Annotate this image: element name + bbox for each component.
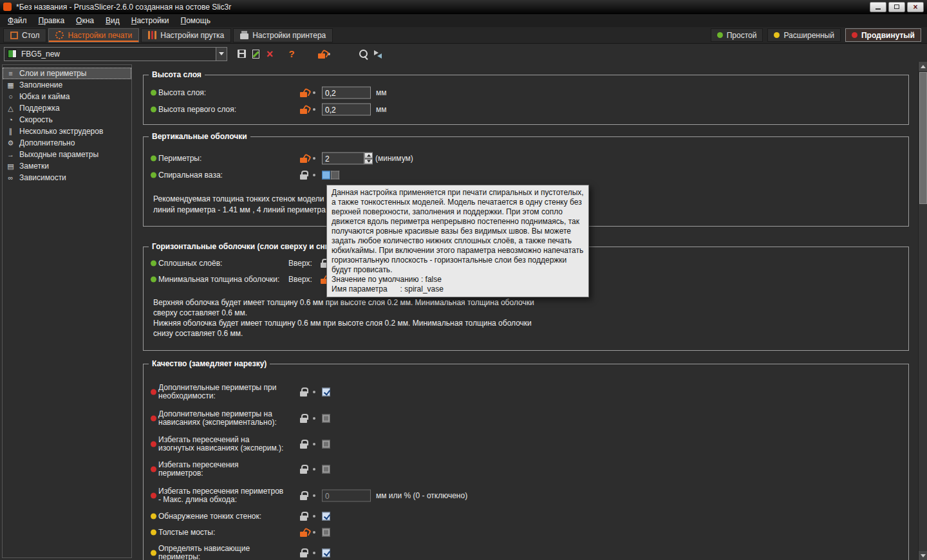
avoid-crossing-perimeters-checkbox[interactable] bbox=[322, 465, 330, 474]
revert-dot-icon[interactable] bbox=[313, 391, 315, 393]
extra-perimeters-checkbox[interactable] bbox=[322, 388, 330, 397]
sidebar-item-infill[interactable]: ▦Заполнение bbox=[3, 79, 131, 91]
lock-settings-button[interactable] bbox=[317, 47, 331, 61]
preset-dropdown-button[interactable] bbox=[216, 48, 227, 61]
setting-label: Избегать пересечения периметров: bbox=[158, 461, 285, 478]
revert-dot-icon[interactable] bbox=[313, 91, 315, 94]
vertical-scrollbar[interactable] bbox=[918, 62, 927, 560]
revert-dot-icon[interactable] bbox=[313, 174, 315, 176]
extra-perimeters-overhangs-checkbox[interactable] bbox=[322, 415, 330, 423]
overhang-perimeters-checkbox[interactable] bbox=[322, 549, 330, 557]
sidebar-item-label: Зависимости bbox=[19, 173, 66, 182]
lock-closed-icon[interactable] bbox=[300, 440, 307, 449]
lock-open-icon[interactable] bbox=[300, 154, 307, 163]
app-logo-icon bbox=[3, 3, 12, 11]
lock-closed-icon[interactable] bbox=[300, 491, 307, 500]
edit-icon bbox=[252, 50, 259, 59]
sidebar-item-skirt-brim[interactable]: ○Юбка и кайма bbox=[3, 91, 131, 102]
expert-mode-dot-icon bbox=[852, 32, 857, 38]
max-detour-input[interactable] bbox=[322, 490, 371, 502]
revert-dot-icon[interactable] bbox=[313, 108, 315, 111]
sidebar-item-notes[interactable]: ▤Заметки bbox=[3, 160, 131, 172]
help-button[interactable]: ? bbox=[285, 47, 299, 61]
preset-icon bbox=[8, 50, 17, 58]
lock-closed-icon[interactable] bbox=[300, 171, 307, 180]
modified-bullet bbox=[151, 416, 156, 422]
sidebar-item-label: Заполнение bbox=[19, 80, 62, 89]
menu-view[interactable]: Вид bbox=[100, 15, 126, 26]
advanced-mode-dot-icon bbox=[774, 32, 780, 38]
perimeters-input[interactable] bbox=[322, 153, 364, 165]
sidebar-item-support[interactable]: △Поддержка bbox=[3, 102, 131, 114]
setting-label: Определять нависающие периметры: bbox=[158, 545, 285, 560]
tooltip-parameter-name: Имя параметра : spiral_vase bbox=[332, 285, 584, 294]
spinner-up-button[interactable] bbox=[364, 153, 373, 159]
perimeters-spinner[interactable] bbox=[322, 153, 373, 165]
search-button[interactable] bbox=[357, 47, 371, 61]
revert-dot-icon[interactable] bbox=[313, 157, 315, 160]
menu-window[interactable]: Окна bbox=[70, 15, 100, 26]
lock-closed-icon[interactable] bbox=[300, 512, 307, 521]
delete-preset-button[interactable]: × bbox=[263, 47, 277, 61]
minimize-button[interactable] bbox=[870, 2, 886, 12]
thin-walls-checkbox[interactable] bbox=[322, 512, 330, 521]
maximize-icon bbox=[894, 5, 899, 9]
mode-expert-button[interactable]: Продвинутый bbox=[845, 28, 921, 42]
sub-label: Вверх: bbox=[288, 275, 312, 284]
lock-closed-icon[interactable] bbox=[300, 465, 307, 474]
sidebar-item-speed[interactable]: ◔Скорость bbox=[3, 114, 131, 126]
modified-bullet bbox=[151, 389, 156, 395]
avoid-crossing-curled-overhangs-checkbox[interactable] bbox=[322, 440, 330, 449]
output-icon: → bbox=[6, 151, 15, 158]
scrollbar-thumb[interactable] bbox=[919, 72, 927, 204]
revert-dot-icon[interactable] bbox=[313, 515, 315, 518]
setting-row: Спиральная ваза: bbox=[144, 169, 908, 182]
menu-help[interactable]: Помощь bbox=[175, 15, 216, 26]
thick-bridges-checkbox[interactable] bbox=[322, 528, 330, 537]
lock-open-icon[interactable] bbox=[300, 88, 307, 97]
lock-open-icon[interactable] bbox=[300, 105, 307, 114]
window-title: *Без названия - PrusaSlicer-2.6.0 создан… bbox=[16, 3, 231, 12]
preset-combobox[interactable]: FBG5_new bbox=[4, 47, 227, 61]
first-layer-height-input[interactable] bbox=[322, 104, 371, 116]
revert-dot-icon[interactable] bbox=[313, 443, 315, 445]
tab-printer-settings[interactable]: Настройки принтера bbox=[233, 28, 333, 42]
tab-plater[interactable]: Стол bbox=[3, 28, 46, 42]
spiral-vase-checkbox[interactable] bbox=[322, 171, 330, 180]
menu-configuration[interactable]: Настройки bbox=[126, 15, 175, 26]
mode-simple-button[interactable]: Простой bbox=[711, 28, 763, 42]
sidebar-item-multiple-extruders[interactable]: ∥Несколько экструдеров bbox=[3, 126, 131, 137]
tab-filament-settings[interactable]: Настройки прутка bbox=[141, 28, 231, 42]
lock-open-icon[interactable] bbox=[300, 528, 307, 537]
revert-dot-icon[interactable] bbox=[313, 494, 315, 497]
tab-print-settings[interactable]: Настройки печати bbox=[48, 28, 139, 42]
lock-closed-icon[interactable] bbox=[300, 548, 307, 557]
skirt-icon: ○ bbox=[6, 93, 15, 100]
revert-dot-icon[interactable] bbox=[313, 531, 315, 534]
prusaslicer-window: *Без названия - PrusaSlicer-2.6.0 создан… bbox=[0, 0, 927, 560]
revert-dot-icon[interactable] bbox=[313, 468, 315, 471]
spinner-down-button[interactable] bbox=[364, 158, 373, 165]
compare-presets-button[interactable] bbox=[371, 47, 385, 61]
scroll-up-button[interactable] bbox=[919, 62, 927, 71]
sidebar-item-advanced[interactable]: ⚙Дополнительно bbox=[3, 137, 131, 149]
suffix-label: (минимум) bbox=[375, 154, 413, 163]
sidebar-item-dependencies[interactable]: ∞Зависимости bbox=[3, 172, 131, 183]
scroll-down-button[interactable] bbox=[919, 551, 927, 560]
menu-edit[interactable]: Правка bbox=[33, 15, 71, 26]
rename-preset-button[interactable] bbox=[248, 47, 263, 61]
lock-closed-icon[interactable] bbox=[300, 414, 307, 423]
revert-dot-icon[interactable] bbox=[313, 417, 315, 420]
mode-advanced-button[interactable]: Расширенный bbox=[767, 28, 841, 42]
sidebar-item-layers-perimeters[interactable]: ≡Слои и периметры bbox=[3, 68, 131, 79]
setting-row: Периметры: (минимум) bbox=[144, 152, 908, 165]
close-button[interactable]: × bbox=[907, 2, 924, 12]
revert-dot-icon[interactable] bbox=[313, 552, 315, 554]
menu-file[interactable]: Файл bbox=[2, 15, 33, 26]
layer-height-input[interactable] bbox=[322, 87, 371, 99]
save-preset-button[interactable] bbox=[234, 47, 248, 61]
maximize-button[interactable] bbox=[888, 2, 905, 12]
sidebar-item-output-options[interactable]: →Выходные параметры bbox=[3, 149, 131, 160]
lock-closed-icon[interactable] bbox=[300, 387, 307, 397]
section-layer-height: Высота слоя Высота слоя: мм Высота перво… bbox=[143, 75, 909, 125]
